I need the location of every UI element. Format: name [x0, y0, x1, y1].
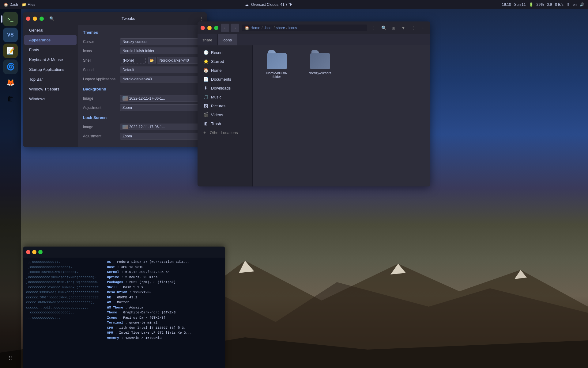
collapse-button[interactable]: ←: [419, 24, 427, 32]
icons-value[interactable]: Nordic-bluish-folder: [120, 48, 202, 54]
close-button[interactable]: [26, 17, 30, 21]
files-close-button[interactable]: [201, 26, 205, 30]
location-tab-share[interactable]: share: [198, 34, 218, 45]
music-icon: 🎵: [203, 94, 209, 99]
tweaks-title: Tweaks: [60, 16, 197, 21]
minimize-button[interactable]: [33, 17, 37, 21]
notes-icon: 📝: [6, 47, 15, 55]
keyboard-layout: en: [573, 2, 577, 7]
tweaks-nav-general[interactable]: General: [24, 25, 77, 35]
dock-item-notes[interactable]: 📝: [3, 44, 18, 58]
files-search-button[interactable]: 🔍: [379, 24, 388, 32]
tweaks-nav-keyboard[interactable]: Keyboard & Mouse: [24, 55, 77, 64]
lock-adj-value[interactable]: Zoom: [120, 133, 202, 140]
tweaks-nav-appearance[interactable]: Appearance: [24, 35, 77, 45]
dock-item-ext[interactable]: 🌀: [3, 59, 18, 74]
bg-adj-value[interactable]: Zoom: [120, 104, 202, 111]
gpu-label: GPU: [107, 331, 113, 335]
bg-image-value[interactable]: 2022-12-11-17-06-1...: [120, 95, 202, 102]
svg-marker-4: [390, 264, 406, 274]
folder-nordic-bluish[interactable]: Nordic-bluish-folder: [258, 50, 296, 81]
shell-value[interactable]: (None): [120, 57, 146, 64]
dock-item-firefox[interactable]: 🦊: [3, 75, 18, 90]
shell-value-2[interactable]: Nordic-darker-v40: [157, 57, 202, 64]
tweaks-nav-fonts[interactable]: Fonts: [24, 45, 77, 55]
terminal-body[interactable]: .;,ccccccccccc;;. .;ccccccccccccccccccc;…: [23, 258, 225, 368]
videos-icon: 🎬: [203, 112, 209, 117]
maximize-button[interactable]: [40, 17, 44, 21]
files-nav-documents[interactable]: 📄 Documents: [199, 75, 251, 83]
files-nav-pictures[interactable]: 🖼 Pictures: [199, 102, 251, 110]
breadcrumb-local[interactable]: .local: [264, 26, 272, 30]
dock-item-apps[interactable]: ⠿: [3, 351, 18, 366]
breadcrumb-bar: 🏠 Home / .local / share / icons: [242, 25, 367, 31]
sound-value[interactable]: Default: [120, 67, 202, 73]
terminal-close-button[interactable]: [26, 250, 30, 254]
breadcrumb-icons[interactable]: icons: [288, 26, 297, 30]
desktop: >_ VS 📝 🌀 🦊 🗑 ⠿ 🔍 Tweaks: [0, 9, 588, 368]
dock-item-trash[interactable]: 🗑: [3, 91, 18, 106]
legacy-apps-value[interactable]: Nordic-darker-v40: [120, 76, 202, 82]
tweaks-window: 🔍 Tweaks ⋮ General Appearance Fonts Keyb…: [23, 12, 207, 147]
topbar-dash-app[interactable]: 🏠 Dash: [4, 2, 18, 7]
host-label: Host: [107, 265, 115, 269]
overflow-button[interactable]: ⋮: [409, 24, 417, 32]
back-button[interactable]: ←: [221, 24, 229, 32]
cpu-label: CPU: [107, 326, 113, 330]
neofetch-info: OS : Fedora Linux 37 (Workstation Edit..…: [107, 259, 192, 340]
shell-label: Shell: [83, 58, 120, 63]
tweaks-menu-icon[interactable]: ⋮: [199, 16, 204, 21]
os-label: OS: [107, 260, 111, 264]
dock-item-vscode[interactable]: VS: [3, 28, 18, 42]
lock-image-label: Image: [83, 125, 120, 129]
weather-icon: ☁: [245, 2, 249, 7]
files-sidebar: 🕐 Recent ⭐ Starred 🏠 Home 📄 Documents ⬇: [198, 45, 253, 186]
files-nav-starred[interactable]: ⭐ Starred: [199, 57, 251, 66]
legacy-apps-setting: Legacy Applications Nordic-darker-v40: [83, 76, 202, 82]
vscode-icon: VS: [7, 32, 13, 38]
breadcrumb-share[interactable]: share: [276, 26, 285, 30]
terminal-minimize-button[interactable]: [32, 250, 36, 254]
cursor-value[interactable]: Nordzy-cursors: [120, 38, 202, 45]
terminal-window: .;,ccccccccccc;;. .;ccccccccccccccccccc;…: [23, 247, 225, 368]
folder-nordzy-cursors[interactable]: Nordzy-cursors: [301, 50, 339, 81]
files-nav-trash[interactable]: 🗑 Trash: [199, 119, 251, 128]
sort-button[interactable]: ▼: [399, 24, 408, 32]
dock-item-terminal[interactable]: >_: [3, 12, 18, 26]
files-nav-home[interactable]: 🏠 Home: [199, 66, 251, 75]
nordzy-cursors-folder-icon: [310, 53, 330, 69]
files-menu-button[interactable]: ⋮: [370, 24, 378, 32]
theme-label: Theme: [107, 311, 117, 314]
files-nav-other-locations[interactable]: + Other Locations: [198, 128, 252, 137]
location-tab-icons[interactable]: icons: [218, 34, 237, 45]
tweaks-nav-windows[interactable]: Windows: [24, 94, 77, 104]
forward-button[interactable]: →: [231, 24, 239, 32]
tweaks-nav-titlebars[interactable]: Window Titlebars: [24, 84, 77, 94]
lock-image-value[interactable]: 2022-12-11-17-06-1...: [120, 124, 202, 130]
view-toggle-button[interactable]: ⊞: [389, 24, 398, 32]
files-nav-music[interactable]: 🎵 Music: [199, 93, 251, 101]
firefox-icon: 🦊: [6, 79, 15, 87]
tweaks-nav-topbar[interactable]: Top Bar: [24, 75, 77, 84]
files-nav-videos[interactable]: 🎬 Videos: [199, 110, 251, 119]
files-nav-recent[interactable]: 🕐 Recent: [199, 48, 251, 57]
dock: >_ VS 📝 🌀 🦊 🗑 ⠿: [0, 9, 21, 368]
tweaks-body: General Appearance Fonts Keyboard & Mous…: [23, 25, 207, 147]
files-nav-downloads[interactable]: ⬇ Downloads: [199, 84, 251, 92]
files-minimize-button[interactable]: [207, 26, 212, 30]
terminal-maximize-button[interactable]: [38, 250, 43, 254]
network-text: 0 B/s: [555, 2, 563, 7]
nordzy-cursors-folder-name: Nordzy-cursors: [308, 71, 331, 75]
wm-label: WM: [107, 301, 111, 304]
files-maximize-button[interactable]: [214, 26, 218, 30]
lockscreen-section: Lock Screen Image 2022-12-11-17-06-1... …: [83, 115, 202, 140]
files-titlebar: ← → 🏠 Home / .local / share / icons ⋮ 🔍 …: [198, 21, 430, 34]
topbar-files-app[interactable]: 📁 Files: [22, 2, 35, 7]
tweaks-nav-startup[interactable]: Startup Applications: [24, 65, 77, 74]
files-toolbar-right: ⋮ 🔍 ⊞ ▼ ⋮ ←: [370, 24, 427, 32]
search-icon: 🔍: [49, 16, 54, 21]
bg-adj-label: Adjustment: [83, 105, 120, 110]
shell-extra-btn[interactable]: 📂: [148, 57, 156, 64]
icons-info-label: Icons: [107, 316, 117, 320]
breadcrumb-home[interactable]: Home: [251, 26, 260, 30]
